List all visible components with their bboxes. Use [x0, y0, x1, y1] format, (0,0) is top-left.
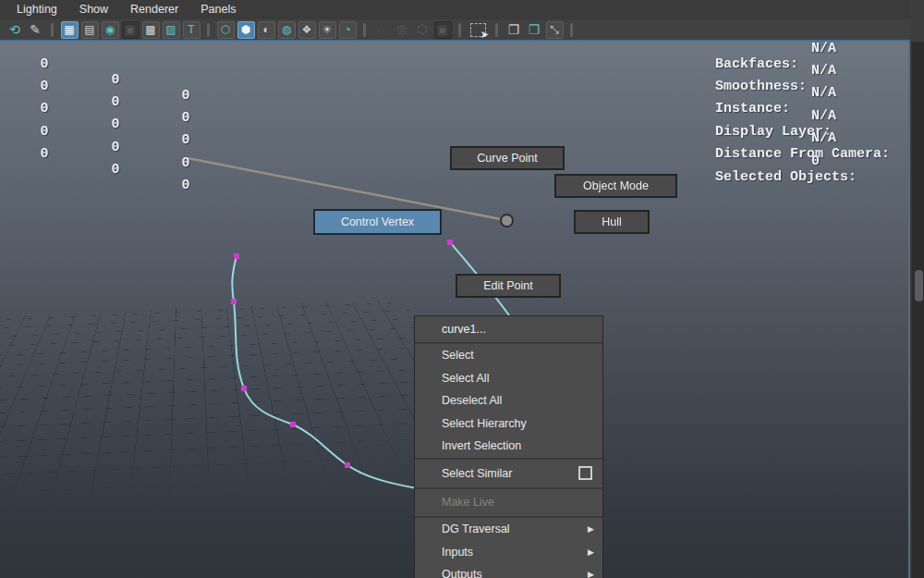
context-menu-title: curve1... — [415, 316, 602, 342]
menu-item-label: DG Traversal — [442, 523, 510, 535]
lights-icon[interactable]: ☀ — [319, 21, 336, 39]
toolbar-right-fill — [910, 0, 924, 42]
menu-item-select[interactable]: Select — [415, 344, 602, 367]
textured-mode-icon[interactable]: ◍ — [278, 21, 296, 39]
menu-item-select-hierarchy[interactable]: Select Hierarchy — [415, 412, 602, 436]
cv-point[interactable] — [241, 386, 247, 391]
hud-value: N/A — [811, 41, 836, 56]
menu-lighting[interactable]: Lighting — [6, 0, 68, 19]
right-panel-strip — [912, 42, 924, 578]
hud-label: Selected Objects: — [715, 169, 857, 185]
menu-item-inputs[interactable]: Inputs ▶ — [415, 541, 602, 564]
hud-value: N/A — [811, 108, 836, 124]
submenu-arrow-icon: ▶ — [588, 518, 594, 541]
toolbar-separator — [51, 23, 54, 37]
menu-item-outputs[interactable]: Outputs ▶ — [415, 563, 602, 578]
menu-item-invert-selection[interactable]: Invert Selection — [415, 435, 602, 458]
hud-value: 0 — [106, 162, 125, 178]
cv-point[interactable] — [290, 422, 296, 427]
marking-menu-hull[interactable]: Hull — [574, 210, 650, 234]
select-similar-checkbox[interactable] — [578, 466, 592, 480]
dof-icon[interactable]: ▣ — [434, 21, 452, 39]
menu-item-select-all[interactable]: Select All — [415, 367, 602, 390]
cv-point[interactable] — [447, 240, 453, 245]
menu-item-label: Select Similar — [442, 467, 512, 480]
cv-point[interactable] — [231, 299, 237, 304]
isolate-select-icon[interactable]: ➤ — [470, 23, 486, 37]
submenu-arrow-icon: ▶ — [588, 541, 594, 564]
hud-value: 0 — [176, 155, 195, 171]
menu-renderer[interactable]: Renderer — [119, 0, 189, 19]
hud-value: N/A — [811, 85, 836, 101]
scrollbar-thumb[interactable] — [915, 270, 923, 301]
marking-menu-center-dot — [500, 214, 514, 228]
cv-point[interactable] — [234, 253, 239, 259]
hud-value: N/A — [811, 130, 836, 146]
toolbar-separator — [458, 23, 461, 37]
xray-joints-icon[interactable]: ❐ — [526, 21, 543, 39]
orbit-tool-icon[interactable]: ⟲ — [6, 21, 24, 39]
menu-item-deselect-all[interactable]: Deselect All — [415, 389, 602, 412]
wireframe-mode-icon[interactable]: ⬡ — [217, 21, 235, 39]
cv-point[interactable] — [345, 462, 350, 468]
nurbs-curve[interactable] — [232, 256, 427, 490]
hud-value: 0 — [811, 154, 820, 169]
menu-panels[interactable]: Panels — [189, 0, 247, 19]
panel-toolbar: ⟲ ✎ ▦ ▤ ◉ ▣ ▩ ▨ T ⬡ ⬢ ◐ ◍ ❖ ☀ ◔ ◌ ◎ ⬡ ▣ … — [0, 19, 924, 42]
panel-menubar: Lighting Show Renderer Panels — [0, 0, 924, 19]
toolbar-separator — [495, 23, 498, 37]
hud-value: 0 — [35, 146, 54, 162]
marking-menu-edit-point[interactable]: Edit Point — [456, 274, 561, 298]
lighting-mode-icon[interactable]: ◐ — [258, 21, 275, 39]
menu-item-dg-traversal[interactable]: DG Traversal ▶ — [415, 518, 602, 541]
exposure-icon[interactable]: ⤡ — [546, 21, 564, 39]
marking-menu-control-vertex[interactable]: Control Vertex — [313, 209, 442, 235]
ao-icon[interactable]: ◌ — [373, 21, 391, 39]
shadows-icon[interactable]: ◔ — [339, 21, 357, 39]
grid-display-icon[interactable]: ▦ — [61, 21, 79, 39]
menu-item-label: Inputs — [442, 546, 473, 559]
maya-viewport-panel: Lighting Show Renderer Panels ⟲ ✎ ▦ ▤ ◉ … — [0, 0, 924, 578]
context-menu: curve1... Select Select All Deselect All… — [414, 315, 603, 578]
film-gate-icon[interactable]: ▤ — [81, 21, 99, 39]
multisample-icon[interactable]: ⬡ — [414, 21, 432, 39]
gate-mask-icon[interactable]: ▣ — [122, 21, 140, 39]
menu-item-select-similar[interactable]: Select Similar — [415, 460, 602, 487]
toolbar-separator — [207, 23, 210, 37]
menu-item-make-live: Make Live — [415, 489, 602, 516]
menu-item-label: Outputs — [442, 568, 482, 578]
grease-pencil-icon[interactable]: ✎ — [27, 21, 44, 39]
motion-blur-icon[interactable]: ◎ — [394, 21, 411, 39]
submenu-arrow-icon: ▶ — [588, 563, 594, 578]
default-material-icon[interactable]: ❖ — [298, 21, 316, 39]
xray-icon[interactable]: ❐ — [505, 21, 523, 39]
resolution-gate-icon[interactable]: ◉ — [102, 21, 119, 39]
safe-title-icon[interactable]: T — [183, 21, 201, 39]
safe-action-icon[interactable]: ▨ — [163, 21, 180, 39]
hud-value: N/A — [811, 63, 836, 79]
field-chart-icon[interactable]: ▩ — [142, 21, 160, 39]
toolbar-separator — [363, 23, 366, 37]
menu-show[interactable]: Show — [68, 0, 119, 19]
marking-menu-curve-point[interactable]: Curve Point — [450, 146, 565, 170]
shaded-mode-icon[interactable]: ⬢ — [237, 21, 255, 39]
marking-menu-object-mode[interactable]: Object Mode — [554, 174, 677, 198]
hud-value: 0 — [176, 178, 195, 193]
toolbar-separator — [570, 23, 573, 37]
